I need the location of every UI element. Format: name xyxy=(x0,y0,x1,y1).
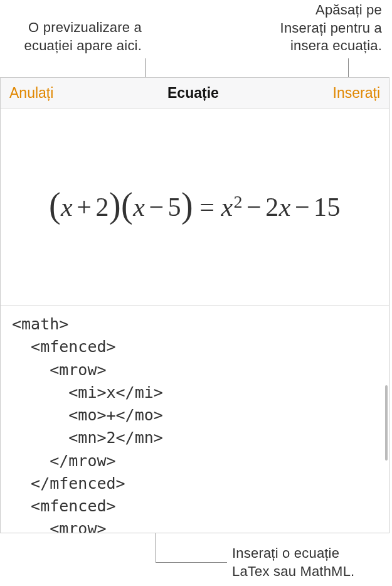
coef-2: 2 xyxy=(265,192,279,222)
var-x: x xyxy=(61,192,73,222)
callout-insert-text: Apăsați peInserați pentru ainsera ecuați… xyxy=(238,1,382,55)
num-2: 2 xyxy=(95,192,109,222)
callout-preview-text: O previzualizare aecuației apare aici. xyxy=(10,19,142,55)
toolbar: Anulați Ecuație Inserați xyxy=(1,78,389,109)
equation-editor-window: Anulați Ecuație Inserați (x+2)(x−5)=x2−2… xyxy=(0,77,389,533)
var-x: x xyxy=(221,192,233,222)
exponent-2: 2 xyxy=(234,192,243,212)
equals-sign: = xyxy=(199,192,215,222)
minus-sign: − xyxy=(246,192,262,222)
var-x: x xyxy=(133,192,145,222)
equation-preview: (x+2)(x−5)=x2−2x−15 xyxy=(49,192,341,222)
equation-code-input[interactable]: <math> <mfenced> <mrow> <mi>x</mi> <mo>+… xyxy=(1,306,389,533)
num-5: 5 xyxy=(168,192,182,222)
minus-sign: − xyxy=(295,192,310,222)
insert-button[interactable]: Inserați xyxy=(333,85,380,102)
window-title: Ecuație xyxy=(167,85,219,102)
scrollbar[interactable] xyxy=(385,385,388,461)
minus-sign: − xyxy=(149,192,164,222)
equation-preview-area: (x+2)(x−5)=x2−2x−15 xyxy=(1,109,389,306)
callout-latex-line-h xyxy=(156,562,227,563)
num-15: 15 xyxy=(314,192,341,222)
cancel-button[interactable]: Anulați xyxy=(9,85,53,102)
callout-latex-text: Inserați o ecuațieLaTex sau MathML. xyxy=(232,545,386,580)
var-x: x xyxy=(279,192,291,222)
plus-sign: + xyxy=(77,192,92,222)
